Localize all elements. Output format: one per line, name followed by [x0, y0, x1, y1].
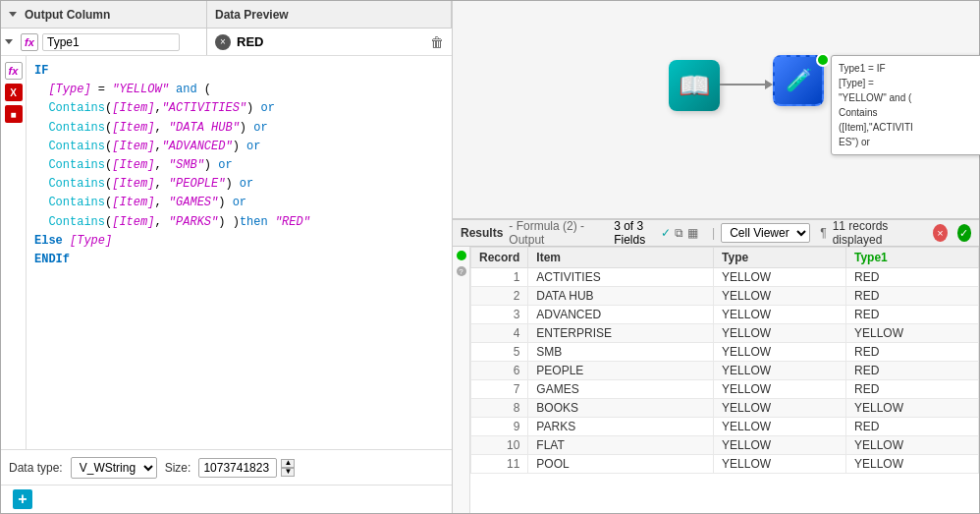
datatype-row: Data type: V_WString String Int32 Double…	[1, 449, 452, 485]
cell-item: DATA HUB	[528, 287, 714, 306]
sidebar-x-icon: X	[5, 84, 23, 101]
cell-type: YELLOW	[714, 343, 846, 362]
cell-type: YELLOW	[714, 268, 846, 287]
cell-record: 5	[471, 343, 528, 362]
delete-icon[interactable]: 🗑	[430, 34, 444, 50]
cell-type: YELLOW	[714, 455, 846, 474]
cell-type: YELLOW	[714, 380, 846, 399]
cell-viewer-select[interactable]: Cell Viewer	[721, 223, 810, 243]
table-row: 11POOLYELLOWYELLOW	[471, 455, 979, 474]
fx-icon: fx	[21, 33, 38, 51]
size-label: Size:	[165, 461, 191, 475]
cell-item: ADVANCED	[528, 306, 714, 324]
code-line-1: [Type] = "YELLOW" and (	[34, 81, 444, 99]
cell-item: FLAT	[528, 436, 714, 455]
records-displayed: 11 records displayed	[833, 219, 920, 247]
add-field-button[interactable]: +	[13, 489, 32, 509]
formula-row-left: fx	[1, 29, 207, 55]
tooltip-line-1: Type1 = IF[Type] ="YELLOW" and (Contains…	[839, 63, 913, 147]
confirm-results-button[interactable]: ✓	[957, 224, 971, 242]
sidebar-fx-icon: fx	[5, 62, 23, 80]
code-line-7: Contains([Item], "GAMES") or	[34, 194, 444, 212]
cell-item: ACTIVITIES	[528, 268, 714, 287]
cell-type1: RED	[846, 343, 979, 362]
cell-item: ENTERPRISE	[528, 324, 714, 343]
results-label: Results	[461, 226, 503, 240]
col-type: Type	[714, 248, 846, 268]
cell-item: PARKS	[528, 418, 714, 436]
col-type1: Type1	[846, 248, 979, 268]
datatype-select[interactable]: V_WString String Int32 Double	[71, 457, 157, 479]
code-line-3: Contains([Item], "DATA HUB") or	[34, 119, 444, 138]
size-spinner[interactable]: ▲ ▼	[281, 459, 295, 477]
code-line-if: IF	[34, 62, 444, 81]
code-editor-area: fx X ■ IF [Type] = "YELLOW" and ( Contai…	[1, 56, 452, 449]
grid-icon[interactable]: ▦	[687, 226, 698, 240]
field-chevron-icon[interactable]	[5, 39, 13, 44]
cell-type: YELLOW	[714, 324, 846, 343]
cell-type1: YELLOW	[846, 324, 979, 343]
copy-icon[interactable]: ⧉	[675, 226, 683, 240]
cell-record: 11	[471, 455, 528, 474]
cell-record: 10	[471, 436, 528, 455]
code-line-8: Contains([Item], "PARKS") )then "RED"	[34, 213, 444, 232]
table-row: 10FLATYELLOWYELLOW	[471, 436, 979, 455]
viewer-icon[interactable]: ¶	[820, 226, 826, 240]
cell-item: BOOKS	[528, 399, 714, 418]
fields-badge: 3 of 3 Fields ✓ ⧉ ▦	[614, 219, 698, 247]
cell-record: 6	[471, 362, 528, 380]
data-preview-header: Data Preview	[207, 1, 452, 28]
table-header-row: Record Item Type Type1	[471, 248, 979, 268]
formula-node-inner: 🧪	[786, 68, 812, 93]
formula-tooltip: Type1 = IF[Type] ="YELLOW" and (Contains…	[831, 55, 980, 155]
preview-value: RED	[237, 34, 263, 49]
table-row: 6PEOPLEYELLOWRED	[471, 362, 979, 380]
right-panel: 📖 🧪 Type1 = IF[Type] ="YELLOW" and (Cont…	[453, 1, 979, 513]
book-node[interactable]: 📖	[669, 60, 720, 111]
left-sidebar-icons: fx X ■	[1, 56, 27, 449]
left-panel: Output Column Data Preview fx × RED 🗑 fx	[1, 1, 453, 513]
cell-type: YELLOW	[714, 418, 846, 436]
spinner-down[interactable]: ▼	[281, 468, 295, 477]
code-line-4: Contains([Item],"ADVANCED") or	[34, 138, 444, 156]
cell-record: 9	[471, 418, 528, 436]
connector-arrow	[765, 80, 773, 89]
table-row: 7GAMESYELLOWRED	[471, 380, 979, 399]
cell-record: 3	[471, 306, 528, 324]
cell-type1: RED	[846, 362, 979, 380]
cell-type1: RED	[846, 268, 979, 287]
close-results-button[interactable]: ×	[933, 224, 947, 242]
formula-row: fx × RED 🗑	[1, 29, 452, 56]
datatype-label: Data type:	[9, 461, 63, 475]
code-editor[interactable]: IF [Type] = "YELLOW" and ( Contains([Ite…	[27, 56, 452, 449]
cell-record: 7	[471, 380, 528, 399]
cell-record: 8	[471, 399, 528, 418]
cell-item: PEOPLE	[528, 362, 714, 380]
code-line-endif: ENDIf	[34, 251, 444, 269]
green-dot-icon	[457, 251, 466, 260]
results-table: Record Item Type Type1 1ACTIVITIESYELLOW…	[470, 247, 979, 474]
code-line-5: Contains([Item], "SMB") or	[34, 156, 444, 175]
sidebar-box-icon: ■	[5, 105, 23, 123]
field-name-input[interactable]	[42, 33, 180, 51]
table-row: 9PARKSYELLOWRED	[471, 418, 979, 436]
output-column-label: Output Column	[25, 8, 110, 22]
results-subtitle: - Formula (2) - Output	[509, 219, 600, 247]
clear-button[interactable]: ×	[215, 34, 231, 50]
data-preview-label: Data Preview	[215, 8, 289, 22]
canvas-area[interactable]: 📖 🧪 Type1 = IF[Type] ="YELLOW" and (Cont…	[453, 1, 979, 218]
cell-type: YELLOW	[714, 287, 846, 306]
results-table-container[interactable]: Record Item Type Type1 1ACTIVITIESYELLOW…	[470, 247, 979, 513]
separator-1: |	[712, 226, 715, 240]
table-row: 1ACTIVITIESYELLOWRED	[471, 268, 979, 287]
cell-type: YELLOW	[714, 306, 846, 324]
cell-type1: YELLOW	[846, 399, 979, 418]
code-line-else: Else [Type]	[34, 232, 444, 251]
results-section: Results - Formula (2) - Output 3 of 3 Fi…	[453, 218, 979, 513]
chevron-down-icon[interactable]	[9, 12, 17, 17]
table-row: 2DATA HUBYELLOWRED	[471, 287, 979, 306]
cell-type: YELLOW	[714, 436, 846, 455]
results-bar: Results - Formula (2) - Output 3 of 3 Fi…	[453, 219, 979, 247]
results-content: ? Record Item Type Type1 1	[453, 247, 979, 513]
size-input[interactable]	[198, 458, 277, 478]
